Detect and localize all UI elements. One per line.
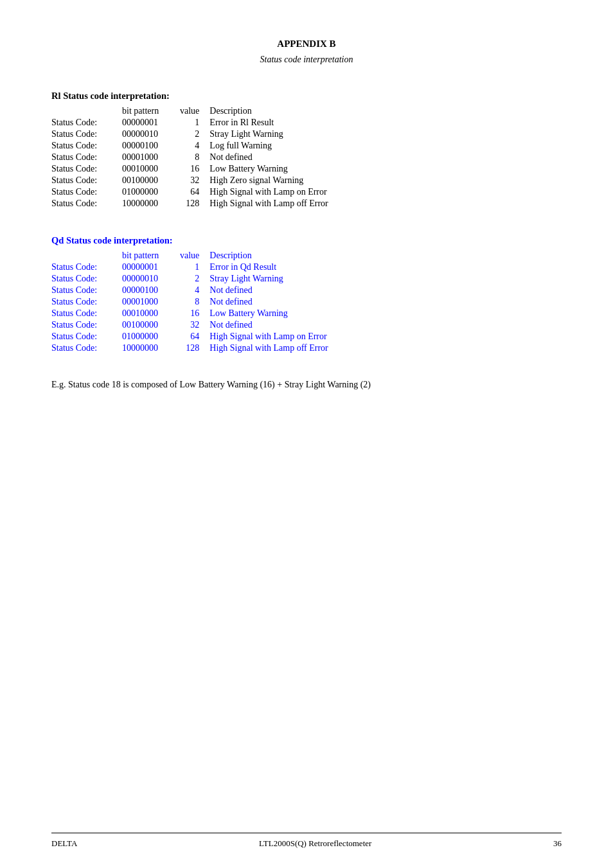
example-text: E.g. Status code 18 is composed of Low B…	[51, 380, 562, 390]
rl-col4-header: Description	[209, 105, 402, 117]
qd-row-value: 32	[180, 319, 209, 331]
qd-row-bit: 10000000	[122, 342, 180, 354]
footer-left: DELTA	[51, 838, 77, 849]
table-row: Status Code: 00000010 2 Stray Light Warn…	[51, 273, 402, 285]
qd-row-desc: High Signal with Lamp on Error	[209, 331, 402, 342]
rl-row-desc: Low Battery Warning	[209, 163, 402, 175]
rl-row-label: Status Code:	[51, 152, 122, 163]
qd-row-value: 8	[180, 296, 209, 308]
table-row: Status Code: 00100000 32 High Zero signa…	[51, 175, 402, 186]
qd-row-value: 64	[180, 331, 209, 342]
table-row: Status Code: 01000000 64 High Signal wit…	[51, 186, 402, 198]
table-row: Status Code: 10000000 128 High Signal wi…	[51, 342, 402, 354]
qd-col2-header: bit pattern	[122, 250, 180, 261]
rl-row-desc: Error in Rl Result	[209, 117, 402, 128]
rl-row-label: Status Code:	[51, 163, 122, 175]
qd-col1-header	[51, 250, 122, 261]
table-row: Status Code: 00000001 1 Error in Rl Resu…	[51, 117, 402, 128]
qd-row-desc: Not defined	[209, 296, 402, 308]
qd-row-label: Status Code:	[51, 331, 122, 342]
rl-row-bit: 00000010	[122, 128, 180, 140]
qd-row-bit: 00100000	[122, 319, 180, 331]
qd-row-bit: 00000001	[122, 261, 180, 273]
table-row: Status Code: 00001000 8 Not defined	[51, 296, 402, 308]
footer: DELTA LTL2000S(Q) Retroreflectometer 36	[0, 833, 613, 849]
rl-row-bit: 00100000	[122, 175, 180, 186]
rl-row-desc: Log full Warning	[209, 140, 402, 152]
rl-col2-header: bit pattern	[122, 105, 180, 117]
page: APPENDIX B Status code interpretation Rl…	[0, 0, 613, 868]
table-row: Status Code: 00000100 4 Log full Warning	[51, 140, 402, 152]
qd-row-label: Status Code:	[51, 308, 122, 319]
qd-row-bit: 01000000	[122, 331, 180, 342]
rl-row-value: 8	[180, 152, 209, 163]
rl-row-label: Status Code:	[51, 198, 122, 209]
qd-row-label: Status Code:	[51, 319, 122, 331]
appendix-title: APPENDIX B	[51, 39, 562, 49]
table-row: Status Code: 00100000 32 Not defined	[51, 319, 402, 331]
table-row: Status Code: 00000001 1 Error in Qd Resu…	[51, 261, 402, 273]
table-row: Status Code: 01000000 64 High Signal wit…	[51, 331, 402, 342]
rl-row-desc: High Signal with Lamp on Error	[209, 186, 402, 198]
table-row: Status Code: 00010000 16 Low Battery War…	[51, 308, 402, 319]
rl-row-bit: 00001000	[122, 152, 180, 163]
rl-row-bit: 00000100	[122, 140, 180, 152]
table-row: Status Code: 00001000 8 Not defined	[51, 152, 402, 163]
qd-row-label: Status Code:	[51, 261, 122, 273]
rl-row-desc: High Signal with Lamp off Error	[209, 198, 402, 209]
rl-status-section: Rl Status code interpretation: bit patte…	[51, 91, 562, 209]
qd-row-value: 128	[180, 342, 209, 354]
qd-row-desc: Stray Light Warning	[209, 273, 402, 285]
rl-row-desc: Not defined	[209, 152, 402, 163]
footer-line	[51, 833, 562, 833]
rl-table-header: bit pattern value Description	[51, 105, 402, 117]
qd-row-desc: Not defined	[209, 319, 402, 331]
rl-col1-header	[51, 105, 122, 117]
rl-row-label: Status Code:	[51, 186, 122, 198]
rl-row-value: 64	[180, 186, 209, 198]
qd-status-section: Qd Status code interpretation: bit patte…	[51, 235, 562, 354]
rl-row-value: 32	[180, 175, 209, 186]
rl-row-label: Status Code:	[51, 175, 122, 186]
qd-section-heading: Qd Status code interpretation:	[51, 235, 562, 246]
rl-row-label: Status Code:	[51, 117, 122, 128]
rl-row-value: 1	[180, 117, 209, 128]
table-row: Status Code: 00000010 2 Stray Light Warn…	[51, 128, 402, 140]
rl-row-label: Status Code:	[51, 128, 122, 140]
qd-row-value: 1	[180, 261, 209, 273]
qd-row-label: Status Code:	[51, 273, 122, 285]
rl-row-value: 2	[180, 128, 209, 140]
rl-row-value: 4	[180, 140, 209, 152]
qd-row-bit: 00000010	[122, 273, 180, 285]
rl-row-bit: 01000000	[122, 186, 180, 198]
footer-center: LTL2000S(Q) Retroreflectometer	[259, 838, 371, 849]
qd-row-value: 2	[180, 273, 209, 285]
table-row: Status Code: 10000000 128 High Signal wi…	[51, 198, 402, 209]
rl-row-desc: Stray Light Warning	[209, 128, 402, 140]
qd-row-value: 4	[180, 285, 209, 296]
rl-row-value: 16	[180, 163, 209, 175]
qd-row-desc: Not defined	[209, 285, 402, 296]
qd-row-label: Status Code:	[51, 342, 122, 354]
qd-table-body: Status Code: 00000001 1 Error in Qd Resu…	[51, 261, 402, 354]
rl-section-heading: Rl Status code interpretation:	[51, 91, 562, 102]
rl-status-table: bit pattern value Description Status Cod…	[51, 105, 402, 209]
qd-row-bit: 00000100	[122, 285, 180, 296]
qd-row-label: Status Code:	[51, 296, 122, 308]
qd-col4-header: Description	[209, 250, 402, 261]
rl-row-label: Status Code:	[51, 140, 122, 152]
rl-row-bit: 10000000	[122, 198, 180, 209]
rl-row-value: 128	[180, 198, 209, 209]
qd-status-table: bit pattern value Description Status Cod…	[51, 250, 402, 354]
rl-table-body: Status Code: 00000001 1 Error in Rl Resu…	[51, 117, 402, 209]
qd-row-value: 16	[180, 308, 209, 319]
rl-row-desc: High Zero signal Warning	[209, 175, 402, 186]
table-row: Status Code: 00000100 4 Not defined	[51, 285, 402, 296]
qd-col3-header: value	[180, 250, 209, 261]
footer-content: DELTA LTL2000S(Q) Retroreflectometer 36	[51, 838, 562, 849]
rl-row-bit: 00010000	[122, 163, 180, 175]
table-row: Status Code: 00010000 16 Low Battery War…	[51, 163, 402, 175]
appendix-subtitle: Status code interpretation	[51, 55, 562, 65]
qd-row-bit: 00001000	[122, 296, 180, 308]
qd-row-desc: Error in Qd Result	[209, 261, 402, 273]
